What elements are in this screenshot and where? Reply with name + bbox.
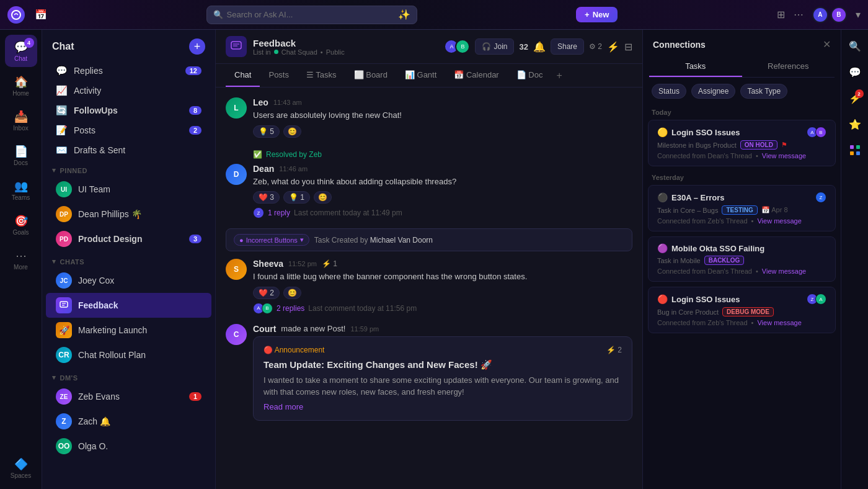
- user-avatar-1[interactable]: A: [812, 7, 828, 23]
- tab-gantt[interactable]: 📊 Gantt: [396, 64, 445, 87]
- conn-login-sso-2-view-msg[interactable]: View message: [757, 319, 801, 326]
- reaction-bulb-5[interactable]: 💡 5: [253, 125, 280, 138]
- participant-avatars: A B: [444, 39, 470, 54]
- conn-e30a-view-msg[interactable]: View message: [757, 217, 801, 225]
- sidebar-item-product-design[interactable]: PD Product Design 3: [46, 227, 211, 251]
- thread-avatar-s2: B: [262, 303, 273, 314]
- filter-status[interactable]: Status: [652, 84, 686, 99]
- bell-icon[interactable]: 🔔: [533, 41, 546, 53]
- calendar-icon[interactable]: 📅: [35, 9, 47, 20]
- reaction-smile-2[interactable]: 😊: [314, 191, 332, 204]
- connection-login-sso[interactable]: 🟡 Login SSO Issues A B Milestone in Bugs…: [648, 120, 836, 166]
- thread-avatar-1: Z: [253, 207, 264, 218]
- dean-phillips-avatar: DP: [56, 206, 72, 222]
- pinned-section-title[interactable]: ▾ Pinned: [42, 160, 215, 177]
- tab-posts[interactable]: Posts: [260, 64, 298, 87]
- conn-login-sso-view-msg[interactable]: View message: [762, 152, 806, 159]
- connections-close-button[interactable]: ✕: [823, 38, 831, 50]
- reaction-heart-2[interactable]: ❤️ 2: [253, 287, 280, 299]
- docs-nav-icon: 📄: [14, 145, 28, 158]
- read-more-link[interactable]: Read more: [264, 402, 622, 411]
- reaction-smile-3[interactable]: 😊: [283, 287, 301, 299]
- new-button[interactable]: + New: [576, 7, 618, 22]
- filter-assignee[interactable]: Assignee: [691, 84, 735, 99]
- right-lightning-icon[interactable]: ⚡ 2: [845, 88, 865, 108]
- dean-thread[interactable]: Z 1 reply Last comment today at 11:49 pm: [253, 207, 632, 218]
- sidebar-item-olga[interactable]: OO Olga O.: [46, 434, 211, 459]
- sidebar-item-goals[interactable]: 🎯 Goals: [5, 209, 37, 241]
- connection-mobile-okta[interactable]: 🟣 Mobile Okta SSO Failing Task in Mobile…: [648, 236, 836, 282]
- tab-tasks[interactable]: ☰ Tasks: [298, 64, 345, 87]
- reaction-bulb-1[interactable]: 💡 1: [283, 191, 310, 204]
- conn-login-sso-icon: 🟡: [657, 127, 668, 137]
- sidebar-item-ui-team[interactable]: UI UI Team: [46, 177, 211, 202]
- lightning-badge: 2: [855, 89, 864, 98]
- sidebar-item-more[interactable]: ⋯ More: [5, 243, 37, 276]
- sidebar-item-home[interactable]: 🏠 Home: [5, 70, 37, 102]
- sidebar-item-docs[interactable]: 📄 Docs: [5, 139, 37, 171]
- grid-icon[interactable]: ⊞: [777, 9, 785, 20]
- sidebar-item-joey-cox[interactable]: JC Joey Cox: [46, 268, 211, 293]
- reaction-heart-3[interactable]: ❤️ 3: [253, 191, 280, 204]
- spaces-nav-icon: 🔷: [14, 457, 28, 471]
- plus-icon: +: [585, 10, 590, 19]
- sheeva-reactions: ❤️ 2 😊: [253, 287, 632, 299]
- share-button[interactable]: Share: [551, 38, 584, 55]
- ai-sparkle-button[interactable]: ✨: [398, 9, 410, 20]
- tab-board[interactable]: ⬜ Board: [345, 64, 396, 87]
- sheeva-thread[interactable]: A B 2 replies Last comment today at 11:5…: [253, 303, 632, 314]
- tab-add-button[interactable]: +: [551, 65, 567, 86]
- sidebar-item-feedback[interactable]: Feedback: [46, 293, 211, 318]
- layout-icon[interactable]: ⊟: [624, 41, 632, 53]
- sheeva-text: I found a little bug where the banner co…: [253, 271, 632, 283]
- sidebar-item-activity[interactable]: 📈 Activity: [46, 81, 211, 101]
- sidebar-item-drafts[interactable]: ✉️ Drafts & Sent: [46, 140, 211, 160]
- dms-section-title[interactable]: ▾ DM's: [42, 367, 215, 384]
- search-input[interactable]: [227, 10, 394, 19]
- resolved-text: Resolved by Zeb: [266, 150, 322, 159]
- sidebar-item-spaces[interactable]: 🔷 Spaces: [5, 452, 37, 484]
- conn-tab-tasks[interactable]: Tasks: [649, 56, 742, 77]
- user-avatar-2[interactable]: B: [831, 7, 847, 23]
- connection-e30a-errors[interactable]: ⚫ E30A – Errors Z Task in Core – Bugs TE…: [648, 185, 836, 231]
- connection-login-sso-2[interactable]: 🔴 Login SSO Issues Z A Bug in Core Produ…: [648, 287, 836, 333]
- svg-rect-4: [231, 42, 241, 49]
- conn-tab-references[interactable]: References: [742, 56, 835, 77]
- task-tag[interactable]: ● Incorrect Buttons ▾: [234, 234, 309, 246]
- inbox-nav-icon: 📥: [14, 110, 28, 123]
- sidebar-item-zeb-evans[interactable]: ZE Zeb Evans 1: [46, 384, 211, 409]
- reaction-smile-1[interactable]: 😊: [283, 125, 301, 138]
- ui-team-avatar: UI: [56, 181, 72, 197]
- sidebar-item-posts[interactable]: 📝 Posts 2: [46, 120, 211, 140]
- app-logo[interactable]: [7, 6, 25, 24]
- right-search-icon[interactable]: 🔍: [845, 36, 865, 56]
- dots-icon[interactable]: ⋯: [794, 9, 804, 20]
- chevron-down-icon[interactable]: ▾: [856, 9, 861, 20]
- sidebar-item-chat-rollout[interactable]: CR Chat Rollout Plan: [46, 343, 211, 367]
- sidebar-item-teams[interactable]: 👥 Teams: [5, 174, 37, 206]
- chats-section-title[interactable]: ▾ Chats: [42, 251, 215, 268]
- right-chat-icon[interactable]: 💬: [845, 62, 865, 82]
- feedback-channel-icon: [226, 36, 247, 57]
- lightning-header-icon[interactable]: ⚡: [607, 41, 619, 53]
- sidebar-item-zach[interactable]: Z Zach 🔔: [46, 409, 211, 434]
- sidebar-item-replies[interactable]: 💬 Replies 12: [46, 61, 211, 81]
- filter-task-type[interactable]: Task Type: [740, 84, 787, 99]
- tab-doc[interactable]: 📄 Doc: [508, 64, 552, 87]
- search-bar[interactable]: 🔍 ✨: [206, 6, 417, 24]
- sidebar-item-inbox[interactable]: 📥 Inbox: [5, 104, 37, 137]
- tab-chat[interactable]: Chat: [226, 64, 260, 87]
- sidebar-item-marketing-launch[interactable]: 🚀 Marketing Launch: [46, 318, 211, 343]
- tab-calendar[interactable]: 📅 Calendar: [445, 64, 507, 87]
- channel-subtitle: List in Chat Squad • Public: [253, 48, 438, 56]
- join-button[interactable]: 🎧 Join: [475, 38, 514, 55]
- sidebar-item-chat[interactable]: 💬 Chat 4: [5, 35, 37, 67]
- right-star-icon[interactable]: ⭐: [845, 114, 865, 134]
- sidebar-item-followups[interactable]: 🔄 FollowUps 8: [46, 101, 211, 120]
- conn-e30a-status: TESTING: [722, 205, 757, 215]
- add-chat-button[interactable]: +: [189, 38, 205, 55]
- conn-mobile-okta-view-msg[interactable]: View message: [762, 267, 806, 275]
- right-apps-icon[interactable]: [845, 140, 865, 160]
- thread-last-comment: Last comment today at 11:49 pm: [294, 209, 402, 217]
- sidebar-item-dean-phillips[interactable]: DP Dean Phillips 🌴: [46, 202, 211, 227]
